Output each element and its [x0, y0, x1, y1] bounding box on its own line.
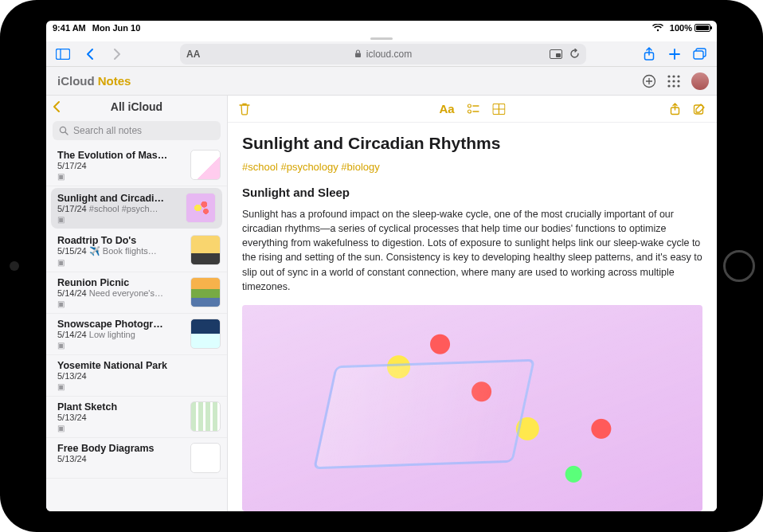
svg-rect-0 [57, 49, 70, 59]
note-tags[interactable]: #school #psychology #biology [242, 161, 702, 173]
home-button[interactable] [723, 250, 755, 282]
list-item-title: Snowscape Photogr… [57, 319, 184, 330]
svg-point-16 [667, 80, 670, 82]
status-date: Mon Jun 10 [92, 23, 141, 33]
status-time: 9:41 AM [53, 23, 86, 33]
folder-icon: ▣ [57, 299, 184, 308]
list-item-title: Reunion Picnic [57, 277, 184, 288]
list-item[interactable]: Free Body Diagrams 5/13/24 [46, 438, 227, 479]
wifi-icon [652, 24, 663, 32]
svg-point-21 [677, 84, 679, 87]
list-item-thumb [190, 235, 221, 265]
list-item-title: Sunlight and Circadi… [57, 193, 179, 204]
reader-aa-icon[interactable]: AA [186, 49, 200, 60]
lock-icon [354, 49, 362, 58]
svg-point-26 [468, 110, 471, 113]
folder-icon: ▣ [57, 172, 184, 181]
reload-icon[interactable] [569, 49, 580, 59]
note-heading: Sunlight and Sleep [242, 186, 702, 199]
list-item[interactable]: Roadtrip To Do's 5/15/24 ✈️ Book flights… [46, 230, 227, 272]
table-icon[interactable] [493, 104, 506, 115]
forward-button [105, 44, 129, 65]
list-item[interactable]: Snowscape Photogr… 5/14/24 Low lighting … [46, 314, 227, 355]
svg-point-15 [677, 75, 679, 77]
svg-point-18 [677, 80, 679, 82]
url-host: icloud.com [366, 49, 412, 60]
list-item-thumb [190, 319, 221, 349]
list-item-title: Free Body Diagrams [57, 443, 184, 454]
notes-sidebar: All iCloud Search all notes The Evolutio… [46, 96, 228, 511]
sidebar-title: All iCloud [53, 100, 221, 113]
search-placeholder: Search all notes [73, 125, 142, 136]
avatar[interactable] [691, 72, 709, 90]
list-item-thumb [190, 150, 221, 180]
list-item[interactable]: Reunion Picnic 5/14/24 Need everyone's… … [46, 272, 227, 314]
multitask-grabber[interactable] [46, 35, 717, 41]
sidebar-toggle-icon[interactable] [51, 44, 75, 65]
brand-app: Notes [98, 74, 131, 88]
icloud-header: iCloud Notes [46, 67, 717, 96]
list-item-title: The Evolution of Mas… [57, 150, 184, 161]
search-icon [59, 126, 68, 135]
svg-point-22 [60, 127, 65, 132]
note-title: Sunlight and Circadian Rhythms [242, 134, 702, 153]
apps-grid-icon[interactable] [667, 75, 680, 88]
list-item-title: Roadtrip To Do's [57, 235, 184, 246]
svg-point-19 [667, 84, 670, 87]
note-paragraph: Sunlight has a profound impact on the sl… [242, 207, 702, 294]
format-aa-icon[interactable]: Aa [439, 102, 454, 115]
address-bar[interactable]: AA icloud.com [180, 44, 586, 65]
brand[interactable]: iCloud Notes [54, 74, 131, 88]
list-item[interactable]: Yosemite National Park 5/13/24 ▣ [46, 355, 227, 397]
screen: 9:41 AM Mon Jun 10 100% [46, 21, 717, 511]
note-image[interactable] [242, 305, 702, 511]
list-item-title: Plant Sketch [57, 401, 184, 413]
list-item[interactable]: Plant Sketch 5/13/24 ▣ [46, 397, 227, 438]
notes-list: The Evolution of Mas… 5/17/24 ▣ Sunlight… [46, 145, 227, 511]
svg-point-14 [672, 75, 675, 77]
battery-indicator: 100% [670, 23, 710, 33]
list-item-title: Yosemite National Park [57, 360, 221, 371]
ipad-frame: 9:41 AM Mon Jun 10 100% [0, 0, 763, 532]
status-bar: 9:41 AM Mon Jun 10 100% [46, 21, 717, 35]
svg-point-24 [468, 104, 471, 108]
note-body[interactable]: Sunlight and Circadian Rhythms #school #… [228, 123, 717, 511]
share-icon[interactable] [637, 44, 661, 65]
brand-prefix: iCloud [57, 74, 95, 88]
folder-icon: ▣ [57, 341, 184, 350]
pip-icon[interactable] [550, 49, 562, 59]
folder-icon: ▣ [57, 258, 184, 267]
folder-icon: ▣ [57, 215, 179, 224]
search-input[interactable]: Search all notes [53, 121, 221, 140]
list-item-thumb [186, 193, 216, 223]
list-item-thumb [190, 401, 221, 432]
svg-rect-2 [355, 53, 361, 58]
list-item[interactable]: Sunlight and Circadi… 5/17/24 #school #p… [51, 188, 222, 229]
list-item-thumb [190, 443, 221, 473]
tabs-icon[interactable] [688, 44, 712, 65]
back-button[interactable] [78, 44, 102, 65]
new-tab-icon[interactable] [663, 44, 687, 65]
svg-point-20 [672, 84, 675, 87]
safari-toolbar: AA icloud.com [46, 41, 717, 67]
new-circle-icon[interactable] [642, 74, 656, 88]
folder-icon: ▣ [57, 424, 184, 432]
note-content: Aa [228, 96, 717, 511]
svg-rect-4 [556, 53, 561, 57]
compose-icon[interactable] [693, 103, 706, 115]
svg-point-13 [667, 75, 670, 77]
folder-icon: ▣ [57, 382, 221, 391]
list-item-thumb [190, 277, 221, 307]
checklist-icon[interactable] [468, 104, 480, 115]
sidebar-back-icon[interactable] [53, 100, 61, 113]
svg-rect-9 [694, 51, 703, 59]
svg-point-17 [672, 80, 675, 82]
note-toolbar: Aa [228, 96, 717, 123]
note-share-icon[interactable] [670, 103, 680, 115]
svg-line-23 [65, 132, 68, 135]
trash-icon[interactable] [239, 103, 250, 115]
front-camera [10, 261, 19, 271]
list-item[interactable]: The Evolution of Mas… 5/17/24 ▣ [46, 145, 227, 186]
